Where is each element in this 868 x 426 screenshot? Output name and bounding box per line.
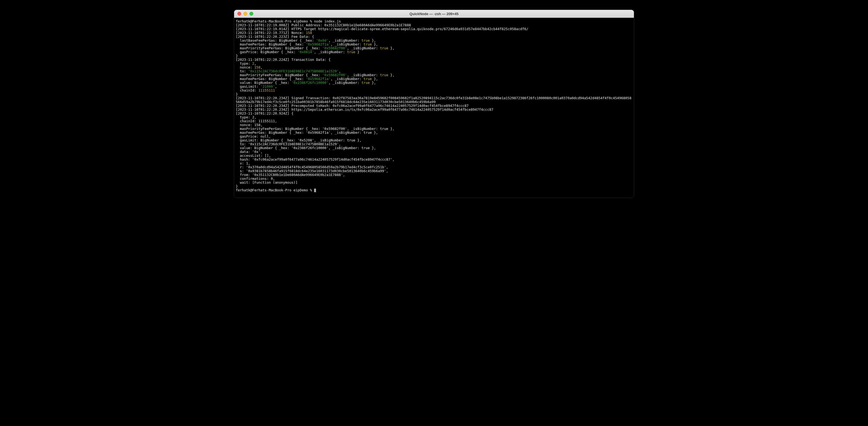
- log-line: maxPriorityFeePerGas: BigNumber { _hex: …: [236, 73, 395, 77]
- log-line: data: '0x',: [236, 150, 262, 154]
- prompt-dir: eipDemo: [293, 188, 308, 192]
- log-line: maxFeePerGas: BigNumber { _hex: '0x59682…: [236, 77, 378, 81]
- window-title: QuickNode — -zsh — 209×45: [234, 12, 634, 16]
- log-line: type: 2,: [236, 115, 256, 119]
- log-line: }: [236, 54, 238, 58]
- cursor-icon: [314, 189, 316, 192]
- log-line: [2023-11-16T01:22:19.014Z] HTTPS Target …: [236, 27, 528, 31]
- log-line: gasLimit: BigNumber { _hex: '0x5208', _i…: [236, 138, 362, 142]
- log-line: nonce: 158,: [236, 65, 262, 69]
- log-line: }: [236, 92, 238, 96]
- log-line: type: 2,: [236, 61, 256, 65]
- log-line: gasPrice: BigNumber { _hex: '0x0614', _i…: [236, 50, 360, 54]
- log-line: value: BigNumber { _hex: '0x2386f26fc100…: [236, 146, 376, 150]
- log-line: s: '0x0381b7858b46fa915f6818dc64e235e160…: [236, 169, 388, 173]
- log-line: [2023-11-16T01:22:19.008Z] Public Addres…: [236, 23, 411, 27]
- prompt-dir: eipDemo: [293, 19, 308, 23]
- log-line: wait: [Function (anonymous)]: [236, 180, 298, 184]
- log-line: value: BigNumber { _hex: '0x2386f26fc100…: [236, 81, 376, 85]
- log-line: from: '0x351132C80b1e1De680A6dAe996649E0…: [236, 173, 345, 177]
- titlebar[interactable]: QuickNode — -zsh — 209×45: [234, 10, 634, 18]
- log-line: maxFeePerGas: BigNumber { _hex: '0x59682…: [236, 131, 378, 135]
- log-line: accessList: [],: [236, 153, 271, 158]
- log-line: [2023-11-16T01:22:20.234Z] Signed Transa…: [236, 96, 632, 104]
- log-line: v: 1,: [236, 161, 250, 165]
- log-line: chainId: 11155111,: [236, 119, 277, 123]
- log-line: to: '0x115c2AC736dc0FE31b8E08E1c7475B08B…: [236, 142, 341, 146]
- prompt-user-host: ferhatk@Ferhats-MacBook-Pro: [236, 19, 291, 23]
- prompt-line: ferhatk@Ferhats-MacBook-Pro eipDemo % no…: [236, 19, 341, 23]
- log-line: confirmations: 0,: [236, 176, 275, 181]
- log-line: [2023-11-16T01:22:20.924Z] {: [236, 111, 293, 115]
- log-line: [2023-11-16T01:22:20.234Z] https://Sepol…: [236, 108, 493, 112]
- prompt-command: node index.js: [314, 19, 341, 23]
- nonce-value: 158: [306, 31, 312, 35]
- prompt-symbol: %: [310, 188, 312, 192]
- prompt-line: ferhatk@Ferhats-MacBook-Pro eipDemo %: [236, 188, 316, 192]
- log-line: hash: '0xfc06a2acef99a0f6477a96c74614a22…: [236, 158, 394, 162]
- log-line: gasLimit: '21000',: [236, 84, 277, 89]
- desktop: QuickNode — -zsh — 209×45 ferhatk@Ferhat…: [0, 0, 868, 426]
- log-line: r: '0x370a0dcd94a542d4854f4f0c4549680585…: [236, 165, 388, 169]
- log-line: maxFeePerGas: BigNumber { _hex: '0x59682…: [236, 42, 378, 46]
- terminal-body[interactable]: ferhatk@Ferhats-MacBook-Pro eipDemo % no…: [234, 18, 634, 198]
- minimize-icon[interactable]: [243, 12, 247, 16]
- prompt-symbol: %: [310, 19, 312, 23]
- close-icon[interactable]: [238, 12, 241, 16]
- prompt-user-host: ferhatk@Ferhats-MacBook-Pro: [236, 188, 291, 192]
- log-line: maxPriorityFeePerGas: BigNumber { _hex: …: [236, 46, 395, 50]
- log-line: chainId: 11155111: [236, 88, 275, 92]
- log-line: to: '0x115c2AC736dc0FE31b8E08E1c7475B08B…: [236, 69, 341, 73]
- log-line: lastBaseFeePerGas: BigNumber { _hex: '0x…: [236, 38, 376, 42]
- log-line: [2023-11-16T01:22:20.224Z] Transaction D…: [236, 58, 331, 62]
- maximize-icon[interactable]: [249, 12, 253, 16]
- log-line: [2023-11-16T01:22:20.223Z] Fee Data: {: [236, 34, 314, 39]
- log-line: maxPriorityFeePerGas: BigNumber { _hex: …: [236, 126, 394, 131]
- traffic-lights: [234, 12, 253, 16]
- log-line: [2023-11-16T01:22:20.234Z] Precomputed t…: [236, 104, 468, 108]
- log-line: nonce: 158,: [236, 123, 262, 127]
- log-line: gasPrice: null,: [236, 134, 271, 138]
- terminal-window: QuickNode — -zsh — 209×45 ferhatk@Ferhat…: [234, 9, 634, 198]
- log-line: }: [236, 184, 238, 188]
- log-line: [2023-11-16T01:22:19.771Z] Nonce: 158: [236, 31, 312, 35]
